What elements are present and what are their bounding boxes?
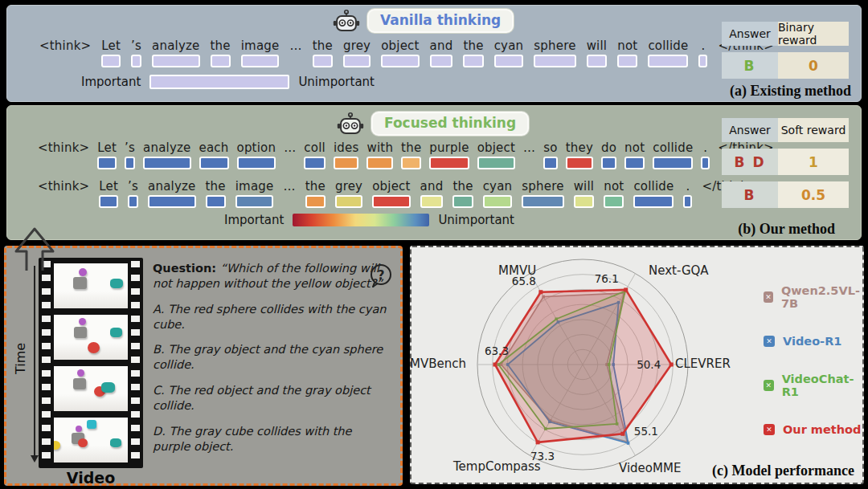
token-importance-box [97, 157, 117, 169]
token-word: ’s [131, 39, 141, 53]
robot-icon [333, 9, 360, 33]
token-importance-box [237, 157, 276, 169]
token-word: the [305, 180, 326, 194]
time-label: Time [13, 343, 28, 374]
token-word: the [313, 39, 333, 53]
token-importance-box [128, 195, 138, 208]
token: cyan [494, 39, 524, 67]
token: the [452, 180, 473, 208]
legend-item-videochat-r1: ✕VideoChat-R1 [764, 373, 862, 398]
radar-axis-label: VideoMME [619, 461, 681, 475]
token-importance-box [574, 195, 595, 208]
token-importance-box [101, 55, 121, 67]
token-word: not [604, 180, 624, 194]
token-importance-box [683, 195, 692, 208]
table-header-answer: Answer [722, 22, 778, 46]
token-importance-box [211, 55, 231, 67]
token-importance-box [604, 195, 624, 208]
token-word: not [617, 39, 637, 53]
token-importance-box [372, 195, 410, 208]
table-header-reward: Binary reward [778, 22, 849, 46]
token: will [574, 180, 595, 208]
token: and [430, 39, 453, 67]
time-arrow-line [34, 266, 35, 457]
importance-bar-uniform [149, 75, 289, 89]
focused-thinking-badge: Focused thinking [337, 112, 529, 136]
token: option [237, 141, 276, 169]
token-word: sphere [522, 180, 563, 194]
token-word: . [698, 39, 707, 53]
token-importance-box [452, 195, 473, 208]
token: ’s [131, 39, 141, 67]
token-word: analyze [148, 180, 195, 194]
token: with [366, 141, 393, 169]
important-label: Important [224, 213, 284, 227]
token-importance-box [698, 55, 707, 67]
token: grey [343, 39, 371, 67]
token: … [284, 141, 296, 169]
token-word: … [289, 39, 301, 53]
sphere-object [54, 441, 60, 450]
token: the [401, 141, 421, 169]
legend-label: Qwen2.5VL-7B [781, 284, 862, 310]
token: … [523, 141, 535, 169]
token-word: will [587, 39, 608, 53]
legend-marker-icon: ✕ [764, 336, 775, 347]
token: each [199, 141, 229, 169]
token: <think> [39, 39, 91, 67]
radar-vertex-marker [538, 290, 542, 294]
caption-a: (a) Existing method [730, 83, 851, 100]
robot-icon [337, 112, 364, 136]
legend-item-qwen2-5vl-7b: ✕Qwen2.5VL-7B [764, 284, 862, 310]
token-word: coll [304, 141, 326, 155]
token-word: image [235, 180, 274, 194]
token: object [381, 39, 419, 67]
model-performance-panel: 65.876.150.455.173.363.3 MMVUNext-GQACLE… [410, 246, 864, 484]
token-importance-box [477, 157, 515, 169]
token-word: object [372, 180, 410, 194]
token-importance-box [305, 195, 326, 208]
token-word: collide [653, 141, 693, 155]
legend-label: Video-R1 [783, 335, 841, 348]
token: and [420, 180, 444, 208]
sprocket-holes-left [42, 261, 51, 465]
token: object [372, 180, 410, 208]
token: ’s [125, 141, 135, 169]
sphere-object [79, 268, 87, 276]
token-importance-box [648, 55, 688, 67]
answer-cell: B [722, 181, 778, 208]
token: … [283, 180, 295, 208]
radar-value-label: 50.4 [637, 358, 661, 371]
token: object [477, 141, 515, 169]
token-importance-box [334, 157, 359, 169]
token-importance-box [343, 55, 371, 67]
token-importance-box [148, 195, 195, 208]
token-importance-box [99, 195, 118, 208]
cube-object [73, 277, 87, 289]
focused-thinking-label: Focused thinking [371, 112, 529, 136]
token: not [617, 39, 637, 67]
token: <think> [38, 141, 89, 169]
token-word: cyan [494, 39, 524, 53]
svg-text:?: ? [378, 268, 385, 283]
token: purple [429, 141, 469, 169]
token-importance-box [701, 157, 710, 169]
token: collide [653, 141, 693, 169]
token-word: <think> [38, 180, 89, 194]
chart-legend: ✕Qwen2.5VL-7B✕Video-R1✕VideoChat-R1✕Our … [764, 284, 862, 461]
sphere-object [77, 369, 84, 377]
token-word: so [543, 141, 557, 155]
radar-vertex-marker [620, 432, 624, 436]
token: image [241, 39, 280, 67]
answer-option: B. The gray object and the cyan sphere c… [153, 342, 392, 373]
token-word: … [283, 180, 295, 194]
token: coll [304, 141, 326, 169]
token-importance-box [633, 195, 674, 208]
token-word: . [701, 141, 710, 155]
token-word: grey [335, 180, 362, 194]
video-label: Video [39, 469, 143, 487]
token: image [235, 180, 274, 208]
figure-stage: Vanilla thinking <think>Let’sanalyzethei… [0, 0, 868, 489]
token: collide [633, 180, 674, 208]
film-strip [39, 258, 143, 468]
